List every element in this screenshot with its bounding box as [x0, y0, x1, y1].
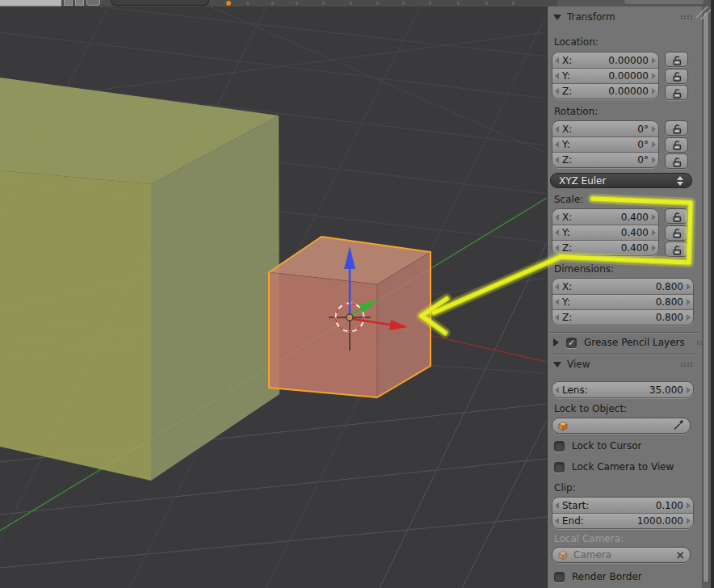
increment-arrow-icon[interactable]	[687, 299, 691, 305]
increment-arrow-icon[interactable]	[652, 88, 656, 94]
decrement-arrow-icon[interactable]	[555, 502, 559, 509]
clip-start-field[interactable]: Start:0.100	[552, 498, 693, 513]
lock-to-cursor-row[interactable]: Lock to Cursor	[554, 440, 641, 452]
increment-arrow-icon[interactable]	[652, 141, 656, 148]
field-label: Start:	[562, 500, 589, 511]
panel-scrollbar-track[interactable]	[702, 6, 711, 588]
local-camera-value: Camera	[573, 549, 611, 561]
increment-arrow-icon[interactable]	[652, 157, 656, 163]
dimensions-z-field[interactable]: Z:0.800	[552, 309, 693, 325]
scale-field-group: X:0.400 Y:0.400 Z:0.400	[552, 208, 659, 256]
lock-rotation-z-button[interactable]	[665, 153, 688, 169]
lock-rotation-y-button[interactable]	[665, 137, 688, 153]
lock-rotation-x-button[interactable]	[665, 120, 688, 136]
lock-scale-x-button[interactable]	[665, 208, 688, 224]
lens-field-group: Lens:35.000	[552, 381, 694, 398]
increment-arrow-icon[interactable]	[687, 518, 691, 524]
header-button-2[interactable]	[75, 0, 84, 6]
3d-viewport[interactable]	[0, 6, 547, 588]
header-bar	[0, 0, 714, 6]
view-panel-header[interactable]: View	[553, 359, 590, 370]
header-decor	[296, 2, 298, 5]
increment-arrow-icon[interactable]	[652, 73, 656, 79]
rotation-z-field[interactable]: Z:0°	[552, 152, 658, 167]
lock-camera-to-view-checkbox[interactable]	[554, 462, 565, 472]
lock-open-icon	[670, 226, 683, 239]
grease-pencil-layers-panel[interactable]: ✓ Grease Pencil Layers	[553, 337, 685, 348]
scale-y-field[interactable]: Y:0.400	[552, 225, 658, 240]
scale-x-field[interactable]: X:0.400	[552, 209, 658, 225]
lock-scale-z-button[interactable]	[665, 242, 688, 257]
lock-to-object-field[interactable]	[552, 418, 691, 434]
decrement-arrow-icon[interactable]	[555, 57, 559, 64]
render-border-checkbox[interactable]	[554, 572, 565, 582]
large-cube-object[interactable]	[0, 78, 279, 481]
location-z-field[interactable]: Z:0.00000	[552, 83, 658, 99]
increment-arrow-icon[interactable]	[687, 502, 691, 509]
field-label: Z:	[562, 312, 572, 323]
origin-dot-icon	[346, 314, 353, 321]
clip-field-group: Start:0.100 End:1000.000	[552, 497, 694, 529]
increment-arrow-icon[interactable]	[687, 284, 691, 290]
dimensions-label: Dimensions:	[554, 263, 614, 275]
decrement-arrow-icon[interactable]	[555, 299, 559, 305]
transform-panel-header[interactable]: Transform	[553, 11, 615, 23]
panel-grip-icon[interactable]	[697, 341, 699, 342]
lens-field[interactable]: Lens:35.000	[552, 382, 693, 397]
rotation-mode-dropdown[interactable]: XYZ Euler	[550, 173, 692, 188]
decrement-arrow-icon[interactable]	[555, 141, 559, 148]
location-y-field[interactable]: Y:0.00000	[552, 68, 658, 83]
header-button-1[interactable]	[64, 0, 73, 6]
header-button-3[interactable]	[86, 0, 100, 6]
lock-open-icon	[670, 155, 683, 168]
decrement-arrow-icon[interactable]	[555, 126, 559, 132]
decrement-arrow-icon[interactable]	[555, 284, 559, 290]
field-label: Y:	[562, 296, 570, 308]
decrement-arrow-icon[interactable]	[555, 518, 559, 524]
decrement-arrow-icon[interactable]	[555, 157, 559, 163]
header-text-field[interactable]	[0, 0, 61, 6]
decrement-arrow-icon[interactable]	[555, 314, 559, 321]
lock-camera-to-view-row[interactable]: Lock Camera to View	[554, 461, 674, 472]
dimensions-x-field[interactable]: X:0.800	[552, 279, 693, 294]
field-label: Y:	[562, 139, 570, 150]
decrement-arrow-icon[interactable]	[555, 229, 559, 236]
panel-grip-icon[interactable]	[681, 363, 682, 364]
increment-arrow-icon[interactable]	[687, 387, 691, 393]
dimensions-y-field[interactable]: Y:0.800	[552, 294, 693, 309]
clip-end-field[interactable]: End:1000.000	[552, 513, 693, 528]
scale-z-field[interactable]: Z:0.400	[552, 240, 658, 255]
location-x-field[interactable]: X:0.00000	[552, 52, 658, 68]
decrement-arrow-icon[interactable]	[555, 387, 559, 393]
increment-arrow-icon[interactable]	[652, 214, 656, 220]
lock-scale-y-button[interactable]	[665, 225, 688, 241]
lock-location-y-button[interactable]	[665, 69, 688, 84]
object-color-dot-icon	[226, 1, 231, 6]
increment-arrow-icon[interactable]	[652, 245, 656, 251]
panel-scrollbar-thumb[interactable]	[703, 11, 709, 583]
rotation-y-field[interactable]: Y:0°	[552, 136, 658, 152]
decrement-arrow-icon[interactable]	[555, 88, 559, 94]
header-decor	[512, 2, 514, 5]
decrement-arrow-icon[interactable]	[555, 214, 559, 220]
expander-right-icon[interactable]	[553, 338, 559, 346]
lock-location-x-button[interactable]	[665, 52, 688, 67]
increment-arrow-icon[interactable]	[687, 314, 691, 321]
eyedropper-icon[interactable]	[672, 418, 685, 434]
lock-to-cursor-checkbox[interactable]	[554, 441, 565, 452]
increment-arrow-icon[interactable]	[652, 229, 656, 236]
render-border-label: Render Border	[572, 571, 642, 582]
header-dropdown[interactable]	[111, 0, 209, 6]
panel-grip-icon[interactable]	[681, 15, 682, 17]
rotation-x-field[interactable]: X:0°	[552, 121, 658, 136]
decrement-arrow-icon[interactable]	[555, 73, 559, 79]
lock-location-z-button[interactable]	[665, 85, 688, 100]
decrement-arrow-icon[interactable]	[555, 245, 559, 251]
render-border-row[interactable]: Render Border	[554, 571, 642, 582]
field-value: 0.800	[656, 312, 683, 323]
increment-arrow-icon[interactable]	[652, 126, 656, 132]
increment-arrow-icon[interactable]	[652, 57, 656, 64]
clear-x-icon[interactable]: ×	[675, 548, 685, 561]
local-camera-field[interactable]: Camera ×	[552, 547, 691, 563]
grease-pencil-checkbox[interactable]: ✓	[566, 338, 577, 348]
